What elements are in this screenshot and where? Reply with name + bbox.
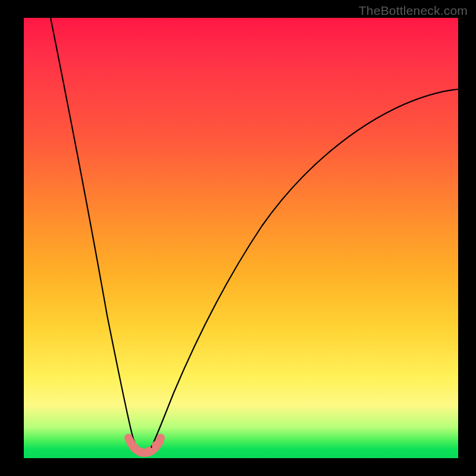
chart-frame: TheBottleneck.com [0,0,476,476]
marker-dot [137,448,146,456]
marker-dot [152,441,160,449]
curve-left-branch [51,18,139,450]
watermark-text: TheBottleneck.com [359,4,468,18]
curve-svg [24,18,458,458]
curve-right-branch [150,89,458,450]
marker-dot [124,434,133,442]
marker-dot [130,443,139,452]
plot-area [24,18,458,458]
marker-dot [145,447,153,455]
marker-dot [156,434,165,442]
